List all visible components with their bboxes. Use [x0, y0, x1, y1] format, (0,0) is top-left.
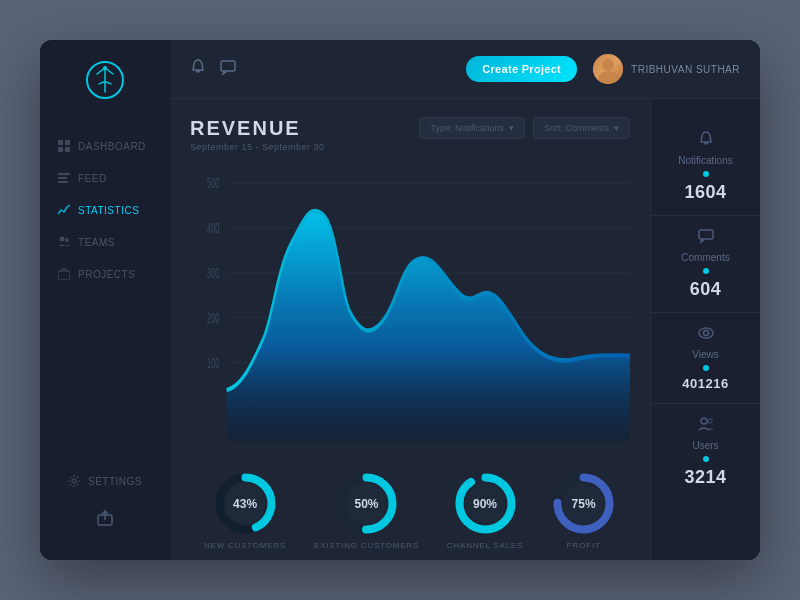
chart-wrapper: 500 400 300 200 100: [190, 166, 630, 459]
metric-notifications: Notifications 1604: [651, 119, 760, 216]
chart-area: REVENUE September 15 - September 30 Type…: [170, 99, 650, 560]
stat-name-new-customers: NEW CUSTOMERS: [204, 541, 286, 550]
donut-new-customers: 43%: [213, 471, 278, 536]
svg-point-43: [703, 331, 708, 336]
header: Create Project TRIBHUVAN SUTHAR: [170, 40, 760, 99]
svg-rect-7: [58, 177, 67, 179]
chart-filters: Type: Notifications ▾ Sort: Comments ▾: [419, 117, 630, 139]
chart-subtitle: September 15 - September 30: [190, 142, 419, 152]
sidebar-item-statistics[interactable]: Statistics: [40, 194, 170, 226]
views-dot: [703, 365, 709, 371]
metric-views: Views 401216: [651, 313, 760, 404]
settings-icon: [68, 475, 80, 487]
sidebar-bottom: Settings: [50, 467, 160, 540]
comments-dot: [703, 268, 709, 274]
views-value: 401216: [682, 376, 728, 391]
stat-name-channel-sales: CHANNEL SALES: [447, 541, 523, 550]
svg-point-44: [701, 418, 707, 424]
chart-header: REVENUE September 15 - September 30 Type…: [190, 117, 630, 152]
avatar-image: [593, 54, 623, 84]
users-dot: [703, 456, 709, 462]
feed-icon: [58, 172, 70, 184]
chat-icon[interactable]: [220, 59, 236, 79]
donut-channel-sales: 90%: [453, 471, 518, 536]
chart-title-block: REVENUE September 15 - September 30: [190, 117, 419, 152]
svg-text:500: 500: [207, 176, 219, 191]
sidebar-nav: Dashboard Feed Statistics Teams Projects: [40, 130, 170, 467]
sidebar-item-settings[interactable]: Settings: [50, 467, 160, 495]
svg-point-16: [602, 59, 614, 71]
svg-point-17: [598, 71, 618, 84]
metric-comments: Comments 604: [651, 216, 760, 313]
svg-point-45: [708, 419, 712, 423]
stat-name-existing-customers: EXISTING CUSTOMERS: [314, 541, 419, 550]
sidebar: Dashboard Feed Statistics Teams Projects: [40, 40, 170, 560]
username: TRIBHUVAN SUTHAR: [631, 64, 740, 75]
stat-profit: 75% PROFIT: [551, 471, 616, 550]
comments-value: 604: [690, 279, 722, 300]
right-panel: Notifications 1604 Comments 604: [650, 99, 760, 560]
users-value: 3214: [684, 467, 726, 488]
comments-icon: [698, 228, 714, 247]
main-content: Create Project TRIBHUVAN SUTHAR: [170, 40, 760, 560]
svg-point-42: [699, 328, 713, 338]
svg-rect-2: [58, 140, 63, 145]
share-icon[interactable]: [97, 510, 113, 530]
stat-new-customers: 43% NEW CUSTOMERS: [204, 471, 286, 550]
filter2-label: Sort: Comments: [544, 123, 609, 133]
sidebar-item-teams[interactable]: Teams: [40, 226, 170, 258]
filter1-label: Type: Notifications: [430, 123, 504, 133]
svg-rect-8: [58, 181, 68, 183]
notifications-dot: [703, 171, 709, 177]
svg-rect-4: [58, 147, 63, 152]
svg-rect-11: [58, 271, 70, 280]
users-label: Users: [692, 440, 718, 451]
stat-existing-customers: 50% EXISTING CUSTOMERS: [314, 471, 419, 550]
sidebar-item-label: Dashboard: [78, 141, 146, 152]
svg-rect-6: [58, 173, 70, 175]
comments-label: Comments: [681, 252, 729, 263]
sidebar-item-feed[interactable]: Feed: [40, 162, 170, 194]
statistics-icon: [58, 204, 70, 216]
sidebar-item-dashboard[interactable]: Dashboard: [40, 130, 170, 162]
logo-icon: [85, 60, 125, 100]
type-filter[interactable]: Type: Notifications ▾: [419, 117, 525, 139]
sidebar-item-projects[interactable]: Projects: [40, 258, 170, 290]
sidebar-item-label: Feed: [78, 173, 107, 184]
svg-text:200: 200: [207, 310, 219, 325]
views-icon: [698, 325, 714, 344]
svg-point-12: [72, 479, 76, 483]
metric-users: Users 3214: [651, 404, 760, 500]
create-project-button[interactable]: Create Project: [466, 56, 577, 82]
settings-label: Settings: [88, 476, 142, 487]
bottom-stats: 43% NEW CUSTOMERS 50%: [190, 459, 630, 550]
sidebar-item-label: Teams: [78, 237, 115, 248]
sidebar-item-label: Statistics: [78, 205, 139, 216]
donut-label-existing-customers: 50%: [355, 497, 379, 511]
notifications-label: Notifications: [678, 155, 732, 166]
svg-point-10: [65, 238, 69, 242]
bell-icon[interactable]: [190, 59, 206, 79]
sort-filter[interactable]: Sort: Comments ▾: [533, 117, 630, 139]
donut-profit: 75%: [551, 471, 616, 536]
svg-text:300: 300: [207, 266, 219, 281]
svg-text:100: 100: [207, 355, 219, 370]
content: REVENUE September 15 - September 30 Type…: [170, 99, 760, 560]
svg-rect-41: [699, 230, 713, 239]
dashboard-icon: [58, 140, 70, 152]
svg-text:400: 400: [207, 221, 219, 236]
users-icon: [698, 416, 714, 435]
notifications-icon: [698, 131, 714, 150]
svg-rect-3: [65, 140, 70, 145]
chart-title: REVENUE: [190, 117, 419, 140]
user-area: TRIBHUVAN SUTHAR: [593, 54, 740, 84]
views-label: Views: [692, 349, 719, 360]
svg-rect-5: [65, 147, 70, 152]
donut-label-new-customers: 43%: [233, 497, 257, 511]
teams-icon: [58, 236, 70, 248]
svg-point-1: [103, 66, 107, 70]
sidebar-item-label: Projects: [78, 269, 135, 280]
stat-name-profit: PROFIT: [566, 541, 600, 550]
area-chart: 500 400 300 200 100: [190, 166, 630, 459]
donut-label-channel-sales: 90%: [473, 497, 497, 511]
